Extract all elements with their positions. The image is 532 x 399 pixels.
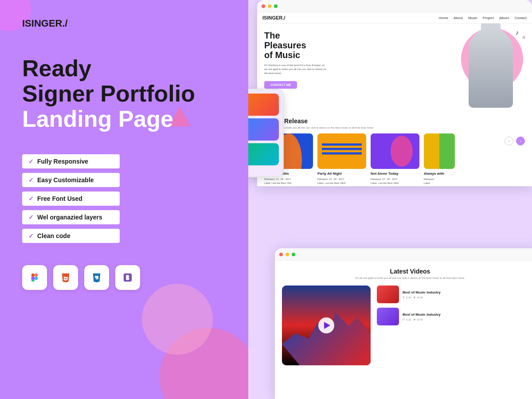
- nav-link-contact[interactable]: Contact: [514, 16, 527, 20]
- release-card-4: Always with Releases: Label: Format:: [424, 133, 455, 186]
- check-icon: ✓: [28, 176, 34, 184]
- hero-text: The Pleasures of Music DJ Zambua is one …: [264, 31, 525, 105]
- card-meta-3: Releases: 13 - 09 - 2017 Label: I am the…: [371, 177, 419, 186]
- feature-label: Easy Customizable: [37, 176, 94, 184]
- svg-rect-2: [31, 280, 35, 282]
- release-card-2: Party All Night Releases: 13 - 09 - 2017…: [317, 133, 366, 186]
- figma-icon: [22, 265, 47, 290]
- hero-title-line2: Pleasures: [264, 40, 306, 50]
- headline: Ready Signer Portfolio Landing Page: [22, 56, 226, 132]
- card-image-4: [424, 133, 455, 169]
- browser-bar: [257, 0, 532, 12]
- right-panel: ISINGER./ Home About Music Project Album…: [248, 0, 532, 399]
- svg-rect-3: [35, 273, 38, 276]
- video-title-1: Best of Music Industry: [403, 290, 441, 294]
- video-list: Best of Music Industry ⏱ 3:32 👁 10 M Bes…: [377, 286, 532, 365]
- card-image-3: [371, 133, 419, 169]
- mobile-card-gradient-2: [248, 118, 279, 141]
- main-video-player[interactable]: [282, 286, 371, 365]
- browser-mockup-top: ISINGER./ Home About Music Project Album…: [257, 0, 532, 186]
- browser-dot-red: [262, 4, 265, 8]
- check-icon: ✓: [28, 232, 34, 239]
- left-panel: ISINGER./ Ready Signer Portfolio Landing…: [0, 0, 248, 399]
- hero-description: DJ Zambua is one of the best DJ.s from E…: [264, 63, 326, 75]
- headline-line3: Landing Page: [22, 106, 226, 132]
- brand-logo: ISINGER./: [22, 18, 226, 29]
- mobile-inner: [248, 90, 282, 176]
- prev-arrow-button[interactable]: ‹: [505, 137, 513, 145]
- check-icon: ✓: [28, 214, 34, 221]
- mobile-mockup: [248, 89, 284, 177]
- video-info-1: Best of Music Industry ⏱ 3:32 👁 10 M: [403, 290, 441, 299]
- mobile-card-gradient-3: [248, 143, 279, 165]
- play-triangle-icon: [324, 322, 330, 329]
- browser-nav-links: Home About Music Project Album Contact: [439, 16, 527, 20]
- next-arrow-button[interactable]: ›: [516, 137, 525, 145]
- video-item-2[interactable]: Best of Music Industry ⏱ 3:32 👁 10 M: [377, 308, 532, 325]
- svg-point-4: [35, 277, 38, 280]
- latest-release-title: Latest Release: [264, 117, 525, 125]
- svg-point-13: [391, 136, 413, 167]
- card-img-bg-3: [371, 133, 419, 169]
- headline-line1: Ready: [22, 56, 226, 81]
- nav-link-about[interactable]: About: [454, 16, 463, 20]
- card-img-bg-4: [424, 133, 455, 169]
- mobile-card-3: [248, 143, 279, 165]
- css3-icon: [84, 265, 109, 290]
- hero-cta-button[interactable]: CONTACT ME: [264, 81, 297, 89]
- svg-rect-8: [317, 133, 366, 169]
- card-title-3: Not Alone Today: [371, 172, 419, 176]
- nav-link-home[interactable]: Home: [439, 16, 448, 20]
- feature-label: Wel organazied layers: [37, 214, 102, 221]
- hero-title-line1: The: [264, 31, 280, 40]
- card-image-2: [317, 133, 366, 169]
- hero-title: The Pleasures of Music: [264, 31, 525, 60]
- browser-nav: ISINGER./ Home About Music Project Album…: [257, 12, 532, 23]
- latest-videos-title: Latest Videos: [282, 268, 532, 275]
- mobile-card-1: [248, 94, 279, 116]
- svg-rect-0: [31, 273, 35, 276]
- deco-circle-mid: [142, 284, 213, 355]
- card-title-4: Always with: [424, 172, 455, 176]
- browser-dot-green: [274, 4, 278, 8]
- browser-bar-bottom: [275, 248, 532, 261]
- tech-icons-row: [22, 265, 226, 290]
- svg-rect-1: [31, 277, 35, 280]
- video-meta-2: ⏱ 3:32 👁 10 M: [403, 318, 441, 321]
- card-meta-4: Releases: Label: Format:: [424, 177, 455, 186]
- mobile-card-gradient-1: [248, 94, 279, 116]
- video-info-2: Best of Music Industry ⏱ 3:32 👁 10 M: [403, 313, 441, 321]
- browser-dot-green-2: [292, 253, 295, 256]
- html5-icon: [53, 265, 78, 290]
- play-button[interactable]: [318, 317, 334, 333]
- latest-videos-desc: So we are glad to invite you all into ou…: [282, 277, 532, 279]
- check-icon: ✓: [28, 195, 34, 202]
- feature-clean-code: ✓ Clean code: [22, 229, 120, 243]
- video-item-1[interactable]: Best of Music Industry ⏱ 3:32 👁 10 M: [377, 286, 532, 303]
- card-meta-1: Releases: 13 - 09 - 2017 Label: I am the…: [264, 177, 313, 186]
- video-meta-1: ⏱ 3:32 👁 10 M: [403, 296, 441, 299]
- video-thumb-1: [377, 286, 399, 303]
- latest-videos-section: Latest Videos So we are glad to invite y…: [275, 261, 532, 372]
- features-list: ✓ Fully Responsive ✓ Easy Customizable ✓…: [22, 154, 226, 243]
- card-title-2: Party All Night: [317, 172, 366, 176]
- feature-easy-customizable: ✓ Easy Customizable: [22, 173, 120, 187]
- feature-fully-responsive: ✓ Fully Responsive: [22, 154, 120, 168]
- nav-link-project[interactable]: Project: [483, 16, 494, 20]
- feature-label: Fully Responsive: [37, 158, 88, 165]
- nav-link-album[interactable]: Album: [499, 16, 509, 20]
- card-img-bg-2: [317, 133, 366, 169]
- release-nav-arrows: ‹ ›: [505, 137, 525, 145]
- card-meta-2: Releases: 13 - 09 - 2017 Label: I am the…: [317, 177, 366, 186]
- latest-release-desc: So we are glad to invite you all into ou…: [264, 126, 525, 129]
- feature-free-font: ✓ Free Font Used: [22, 192, 120, 206]
- video-thumb-2: [377, 308, 399, 325]
- headline-line2: Signer Portfolio: [22, 81, 226, 106]
- bootstrap-icon: [115, 265, 140, 290]
- release-card-3: Not Alone Today Releases: 13 - 09 - 2017…: [371, 133, 419, 186]
- feature-label: Clean code: [37, 232, 70, 239]
- latest-release-section: Latest Release So we are glad to invite …: [257, 112, 532, 186]
- browser-nav-logo: ISINGER./: [262, 15, 285, 20]
- browser-mockup-bottom: Latest Videos So we are glad to invite y…: [275, 248, 532, 399]
- nav-link-music[interactable]: Music: [468, 16, 477, 20]
